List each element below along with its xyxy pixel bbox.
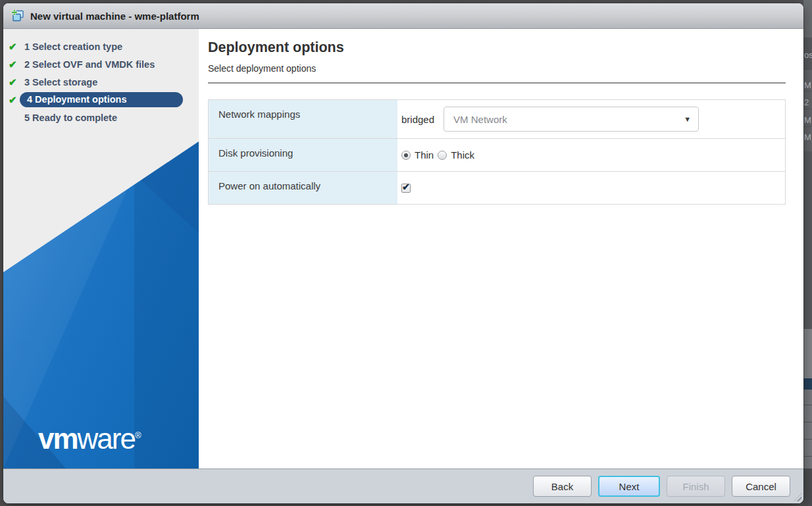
step-select-creation-type[interactable]: ✔ 1 Select creation type xyxy=(3,38,199,55)
network-select-value: VM Network xyxy=(453,114,507,125)
page-title: Deployment options xyxy=(208,38,803,57)
back-button[interactable]: Back xyxy=(533,476,592,497)
next-button[interactable]: Next xyxy=(598,476,660,497)
checkbox-check-icon: ✔ xyxy=(402,182,410,192)
dialog-title: New virtual machine - wme-platform xyxy=(30,11,199,22)
radio-thick[interactable] xyxy=(438,151,447,160)
power-on-label: Power on automatically xyxy=(209,171,397,204)
network-select[interactable]: VM Network ▼ xyxy=(444,107,699,132)
step-complete-check-icon: ✔ xyxy=(3,41,18,53)
network-mappings-label: Network mappings xyxy=(209,100,397,138)
bg-segment-navy-bar xyxy=(803,378,812,390)
step-ready-to-complete[interactable]: ✔ 5 Ready to complete xyxy=(3,109,199,126)
radio-thick-label[interactable]: Thick xyxy=(451,149,474,161)
finish-button[interactable]: Finish xyxy=(667,476,725,497)
new-vm-wizard-dialog: New virtual machine - wme-platform ✔ 1 S… xyxy=(3,3,803,503)
bg-separator xyxy=(803,439,812,440)
deployment-options-table: Network mappings bridged VM Network ▼ Di… xyxy=(208,99,786,205)
bg-text-fragment: M xyxy=(804,115,811,125)
screen: os M 2 M M New virtual machine - wme-pla… xyxy=(0,0,812,506)
bg-segment xyxy=(803,390,812,468)
disk-provisioning-label: Disk provisioning xyxy=(209,138,397,171)
bg-separator xyxy=(803,405,812,405)
network-source-label: bridged xyxy=(401,114,434,125)
deployment-options-panel: Deployment options Select deployment opt… xyxy=(199,29,803,468)
cancel-button[interactable]: Cancel xyxy=(732,476,790,497)
resize-grip[interactable] xyxy=(794,493,801,501)
chevron-down-icon: ▼ xyxy=(684,115,691,123)
dialog-body: ✔ 1 Select creation type ✔ 2 Select OVF … xyxy=(3,29,803,468)
bg-separator xyxy=(803,422,812,422)
power-on-checkbox[interactable]: ✔ xyxy=(401,184,411,193)
bg-segment xyxy=(803,329,812,378)
step-label: 5 Ready to complete xyxy=(18,113,117,123)
bg-text-fragment: os xyxy=(804,50,812,60)
step-complete-check-icon: ✔ xyxy=(3,59,18,70)
bg-separator xyxy=(803,91,812,91)
dimmed-background-strip: os M 2 M M xyxy=(803,0,812,506)
bg-segment xyxy=(803,151,812,329)
step-label: 2 Select OVF and VMDK files xyxy=(18,59,155,70)
section-divider xyxy=(208,82,786,84)
page-subtitle: Select deployment options xyxy=(208,63,803,74)
step-deployment-options-active[interactable]: ✔ 4 Deployment options xyxy=(3,91,199,109)
bg-separator xyxy=(803,69,812,70)
step-label: 1 Select creation type xyxy=(18,41,122,52)
vmware-brand-wedge xyxy=(3,141,199,468)
step-select-ovf-vmdk-files[interactable]: ✔ 2 Select OVF and VMDK files xyxy=(3,55,199,73)
step-complete-check-icon: ✔ xyxy=(3,94,18,106)
bg-segment xyxy=(803,0,812,38)
dialog-title-bar: New virtual machine - wme-platform xyxy=(3,3,803,29)
wizard-step-sidebar: ✔ 1 Select creation type ✔ 2 Select OVF … xyxy=(3,29,199,468)
disk-provisioning-radio-group: Thin Thick xyxy=(401,149,478,161)
wizard-steps: ✔ 1 Select creation type ✔ 2 Select OVF … xyxy=(3,29,199,126)
bg-segment xyxy=(803,468,812,506)
disk-provisioning-value: Thin Thick xyxy=(397,138,785,171)
vmware-logo-ware: ware xyxy=(78,422,135,455)
step-label: 3 Select storage xyxy=(18,77,97,88)
bg-separator xyxy=(803,109,812,109)
network-mappings-value: bridged VM Network ▼ xyxy=(397,100,785,138)
radio-thin-label[interactable]: Thin xyxy=(415,149,434,161)
bg-separator xyxy=(803,456,812,457)
new-vm-icon xyxy=(11,9,25,22)
vmware-logo-vm: vm xyxy=(38,422,78,455)
bg-text-fragment: M xyxy=(804,132,811,142)
bg-separator xyxy=(803,126,812,127)
step-complete-check-icon: ✔ xyxy=(3,76,18,88)
bg-text-fragment: 2 xyxy=(804,97,809,107)
registered-mark: ® xyxy=(135,430,141,440)
radio-thin[interactable] xyxy=(401,151,411,160)
vmware-logo: vmware® xyxy=(38,422,141,455)
bg-text-fragment: M xyxy=(804,80,811,90)
power-on-value: ✔ xyxy=(397,171,785,204)
step-select-storage[interactable]: ✔ 3 Select storage xyxy=(3,73,199,91)
wizard-footer: Back Next Finish Cancel xyxy=(3,468,803,503)
step-label-active: 4 Deployment options xyxy=(20,92,183,107)
